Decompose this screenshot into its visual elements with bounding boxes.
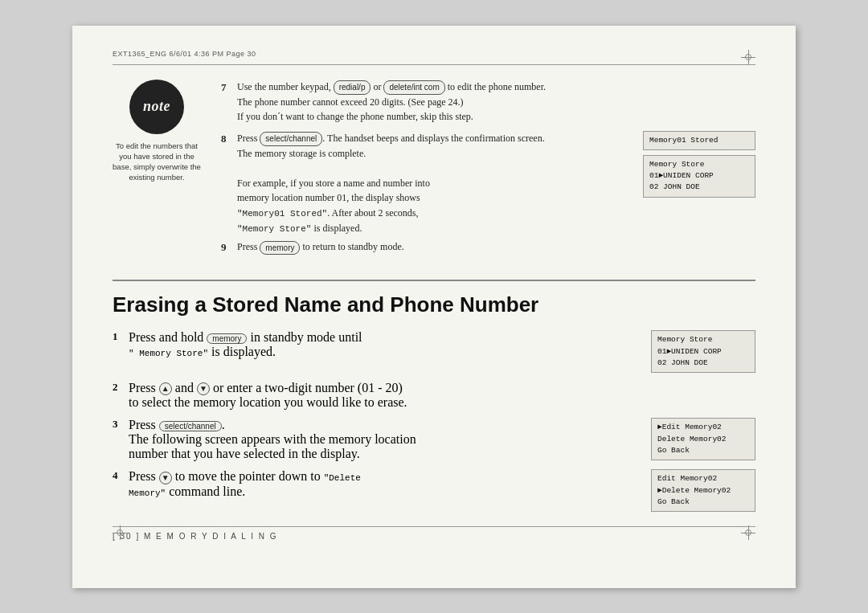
erase-step-2-content: Press ▲ and ▼ or enter a two-digit numbe…	[129, 381, 755, 410]
step-7: 7 Use the number keypad, redial/p or del…	[221, 80, 755, 125]
crosshair-top-right	[741, 50, 755, 64]
step-9-content: Press memory to return to standby mode.	[237, 239, 755, 255]
erase-step-4-num: 4	[113, 469, 124, 482]
step-8-mono1: "Memory01 Stored"	[237, 209, 327, 219]
step-7-text1: Use the number keypad,	[237, 81, 334, 92]
erase-2-text2: and	[172, 381, 197, 394]
note-area: note To edit the numbers that you have s…	[113, 80, 201, 263]
step-8: 8 Press select/channel. The handset beep…	[221, 131, 755, 236]
erase-step-3-num: 3	[113, 418, 124, 431]
key-delete-int[interactable]: delete/int com	[383, 80, 444, 95]
key-memory-9[interactable]: memory	[260, 241, 300, 255]
step-8-para1: For example, if you store a name and num…	[237, 178, 430, 204]
erase-step-4-text: Press ▼ to move the pointer down to "Del…	[129, 469, 641, 498]
key-up[interactable]: ▲	[159, 382, 172, 395]
erase-step-3-content: Press select/channel.The following scree…	[129, 418, 755, 461]
note-circle: note	[129, 80, 184, 134]
step-7-line3: If you don´t want to change the phone nu…	[237, 111, 473, 122]
main-content-top: 7 Use the number keypad, redial/p or del…	[221, 80, 755, 263]
note-text: To edit the numbers that you have stored…	[113, 141, 201, 183]
header-line: EXT1365_ENG 6/6/01 4:36 PM Page 30	[113, 50, 755, 58]
erase-step-1-num: 1	[113, 330, 124, 343]
erase-step-4-content: Press ▼ to move the pointer down to "Del…	[129, 469, 755, 512]
erase-4-text3: command line.	[166, 484, 245, 498]
page: EXT1365_ENG 6/6/01 4:36 PM Page 30 note …	[72, 26, 796, 588]
step-7-text3: to edit the phone number.	[445, 81, 546, 92]
step-8-text2: . The handset beeps and displays the con…	[322, 133, 544, 144]
display-erase-3: ►Edit Memory02 Delete Memory02 Go Back	[651, 418, 755, 460]
step-8-num: 8	[221, 131, 232, 147]
erasing-section: 1 Press and hold memory in standby mode …	[113, 330, 755, 512]
erase-1-text3: is displayed.	[208, 345, 276, 358]
step-7-line2: The phone number cannot exceed 20 digits…	[237, 96, 464, 108]
note-label: note	[143, 98, 170, 115]
crosshair-bottom-right	[741, 525, 755, 540]
step-8-line2: The memory storage is complete.	[237, 148, 366, 159]
erase-step-2-num: 2	[113, 381, 124, 394]
step-8-text: Press select/channel. The handset beeps …	[237, 131, 633, 236]
step-8-text3: . After about 2 seconds,	[327, 207, 418, 219]
step-8-text4: is displayed.	[311, 223, 362, 234]
step-9: 9 Press memory to return to standby mode…	[221, 239, 755, 255]
step-7-num: 7	[221, 80, 232, 96]
key-select-channel-8[interactable]: select/channel	[260, 132, 322, 146]
step-8-content: Press select/channel. The handset beeps …	[237, 131, 755, 236]
erase-step-3-text: Press select/channel.The following scree…	[129, 418, 641, 461]
erase-step-4-display: Press ▼ to move the pointer down to "Del…	[129, 469, 755, 512]
erase-step-1: 1 Press and hold memory in standby mode …	[113, 330, 755, 373]
display-erase-1: Memory Store 01►UNIDEN CORP 02 JOHN DOE	[651, 330, 755, 373]
crosshair-bottom-left	[113, 525, 127, 540]
erase-step-1-display: Press and hold memory in standby mode un…	[129, 330, 755, 373]
step-7-content: Use the number keypad, redial/p or delet…	[237, 80, 755, 125]
key-select-channel-3[interactable]: select/channel	[159, 421, 222, 431]
display-memory-store: Memory Store 01►UNIDEN CORP 02 JOHN DOE	[643, 155, 755, 198]
key-memory-1[interactable]: memory	[207, 333, 247, 344]
erase-step-1-text: Press and hold memory in standby mode un…	[129, 330, 641, 359]
erase-step-3: 3 Press select/channel.The following scr…	[113, 418, 755, 461]
top-section: note To edit the numbers that you have s…	[113, 80, 755, 263]
section-title: Erasing a Stored Name and Phone Number	[113, 280, 755, 317]
erase-step-2: 2 Press ▲ and ▼ or enter a two-digit num…	[113, 381, 755, 410]
erase-4-text2: to move the pointer down to	[172, 469, 324, 483]
erase-1-text2: in standby mode until	[247, 330, 362, 344]
erase-1-mono: " Memory Store"	[129, 349, 208, 358]
step-9-num: 9	[221, 239, 232, 255]
step-8-text1: Press	[237, 133, 260, 144]
erase-1-text1: Press and hold	[129, 330, 207, 344]
step-7-text2: or	[371, 81, 383, 92]
step-8-displays: Memory01 Stored Memory Store 01►UNIDEN C…	[643, 131, 755, 198]
erase-2-text1: Press	[129, 381, 159, 394]
top-divider	[113, 64, 755, 65]
erase-step-4: 4 Press ▼ to move the pointer down to "D…	[113, 469, 755, 512]
display-erase-4: Edit Memory02 ►Delete Memory02 Go Back	[651, 469, 755, 512]
key-redial[interactable]: redial/p	[334, 80, 371, 95]
display-memory01-stored: Memory01 Stored	[643, 131, 755, 150]
footer: [ 30 ] M E M O R Y D I A L I N G	[113, 526, 755, 541]
key-down[interactable]: ▼	[197, 382, 210, 395]
erase-step-1-content: Press and hold memory in standby mode un…	[129, 330, 755, 373]
key-down-4[interactable]: ▼	[159, 472, 172, 484]
erase-3-text1: Press	[129, 418, 159, 431]
step-9-text2: to return to standby mode.	[300, 241, 403, 252]
erase-step-3-display: Press select/channel.The following scree…	[129, 418, 755, 461]
erase-4-text1: Press	[129, 469, 159, 483]
step-8-mono2: "Memory Store"	[237, 224, 311, 234]
step-8-with-display: Press select/channel. The handset beeps …	[237, 131, 755, 236]
step-9-text1: Press	[237, 241, 260, 252]
